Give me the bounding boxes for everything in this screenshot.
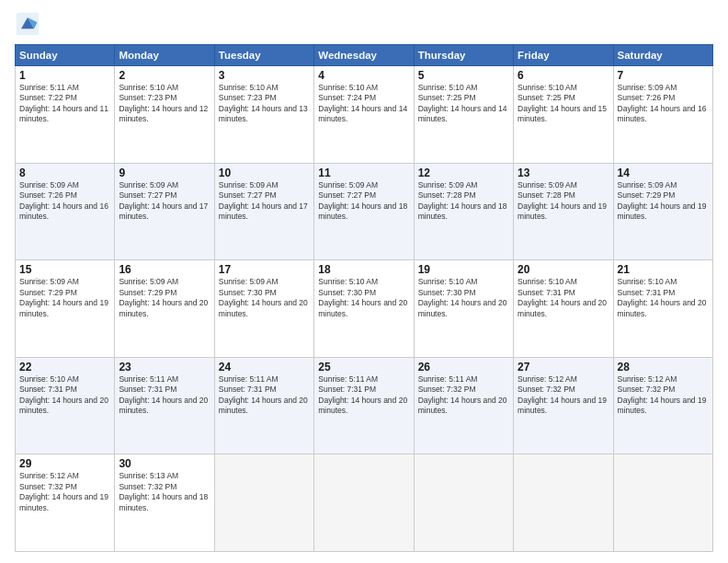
day-number: 1 — [19, 69, 110, 82]
day-number: 27 — [518, 361, 609, 373]
cell-text: Sunrise: 5:09 AMSunset: 7:27 PMDaylight:… — [318, 180, 407, 221]
day-number: 13 — [518, 167, 609, 179]
calendar-cell: 22Sunrise: 5:10 AMSunset: 7:31 PMDayligh… — [16, 357, 115, 454]
calendar-cell — [414, 454, 513, 552]
calendar-cell: 20Sunrise: 5:10 AMSunset: 7:31 PMDayligh… — [514, 260, 613, 358]
week-row-1: 1Sunrise: 5:11 AMSunset: 7:22 PMDaylight… — [16, 66, 713, 164]
calendar-cell: 12Sunrise: 5:09 AMSunset: 7:28 PMDayligh… — [414, 163, 513, 260]
calendar-table: SundayMondayTuesdayWednesdayThursdayFrid… — [15, 44, 713, 552]
day-number: 3 — [219, 69, 310, 82]
day-header-saturday: Saturday — [613, 45, 712, 66]
day-number: 28 — [618, 361, 709, 373]
cell-text: Sunrise: 5:12 AMSunset: 7:32 PMDaylight:… — [518, 374, 607, 415]
day-number: 25 — [318, 361, 409, 373]
calendar-cell: 25Sunrise: 5:11 AMSunset: 7:31 PMDayligh… — [314, 357, 414, 454]
cell-text: Sunrise: 5:10 AMSunset: 7:31 PMDaylight:… — [19, 374, 108, 415]
calendar-cell: 10Sunrise: 5:09 AMSunset: 7:27 PMDayligh… — [214, 163, 313, 260]
day-header-wednesday: Wednesday — [314, 45, 414, 66]
day-number: 14 — [618, 167, 709, 179]
week-row-3: 15Sunrise: 5:09 AMSunset: 7:29 PMDayligh… — [16, 260, 713, 358]
day-number: 15 — [19, 263, 110, 276]
day-number: 10 — [219, 167, 310, 179]
day-number: 12 — [418, 167, 509, 179]
cell-text: Sunrise: 5:12 AMSunset: 7:32 PMDaylight:… — [19, 471, 108, 511]
cell-text: Sunrise: 5:10 AMSunset: 7:30 PMDaylight:… — [418, 277, 507, 317]
calendar-cell: 8Sunrise: 5:09 AMSunset: 7:26 PMDaylight… — [16, 163, 115, 260]
calendar-cell: 26Sunrise: 5:11 AMSunset: 7:32 PMDayligh… — [414, 357, 513, 454]
cell-text: Sunrise: 5:09 AMSunset: 7:28 PMDaylight:… — [418, 180, 507, 221]
day-number: 5 — [418, 69, 509, 82]
day-number: 2 — [119, 69, 210, 82]
cell-text: Sunrise: 5:11 AMSunset: 7:31 PMDaylight:… — [318, 374, 407, 415]
cell-text: Sunrise: 5:11 AMSunset: 7:22 PMDaylight:… — [19, 83, 108, 123]
calendar-cell: 11Sunrise: 5:09 AMSunset: 7:27 PMDayligh… — [314, 163, 414, 260]
week-row-4: 22Sunrise: 5:10 AMSunset: 7:31 PMDayligh… — [16, 357, 713, 454]
cell-text: Sunrise: 5:10 AMSunset: 7:30 PMDaylight:… — [318, 277, 407, 317]
logo-icon — [15, 11, 40, 37]
calendar-cell: 6Sunrise: 5:10 AMSunset: 7:25 PMDaylight… — [514, 66, 613, 164]
day-number: 4 — [318, 69, 409, 82]
calendar-cell: 14Sunrise: 5:09 AMSunset: 7:29 PMDayligh… — [613, 163, 712, 260]
calendar-cell — [514, 454, 613, 552]
calendar-cell: 4Sunrise: 5:10 AMSunset: 7:24 PMDaylight… — [314, 66, 414, 164]
cell-text: Sunrise: 5:11 AMSunset: 7:31 PMDaylight:… — [119, 374, 208, 415]
day-number: 18 — [318, 263, 409, 276]
cell-text: Sunrise: 5:09 AMSunset: 7:30 PMDaylight:… — [219, 277, 308, 317]
day-header-thursday: Thursday — [414, 45, 513, 66]
week-row-5: 29Sunrise: 5:12 AMSunset: 7:32 PMDayligh… — [16, 454, 713, 552]
cell-text: Sunrise: 5:09 AMSunset: 7:27 PMDaylight:… — [219, 180, 308, 221]
calendar-cell: 13Sunrise: 5:09 AMSunset: 7:28 PMDayligh… — [514, 163, 613, 260]
calendar-cell: 3Sunrise: 5:10 AMSunset: 7:23 PMDaylight… — [214, 66, 313, 164]
cell-text: Sunrise: 5:09 AMSunset: 7:27 PMDaylight:… — [119, 180, 208, 221]
cell-text: Sunrise: 5:10 AMSunset: 7:31 PMDaylight:… — [618, 277, 707, 317]
calendar-cell: 16Sunrise: 5:09 AMSunset: 7:29 PMDayligh… — [115, 260, 214, 358]
calendar-cell: 2Sunrise: 5:10 AMSunset: 7:23 PMDaylight… — [115, 66, 214, 164]
cell-text: Sunrise: 5:10 AMSunset: 7:24 PMDaylight:… — [318, 83, 407, 123]
day-number: 7 — [618, 69, 709, 82]
cell-text: Sunrise: 5:13 AMSunset: 7:32 PMDaylight:… — [119, 471, 208, 511]
calendar-cell: 1Sunrise: 5:11 AMSunset: 7:22 PMDaylight… — [16, 66, 115, 164]
day-number: 8 — [19, 167, 110, 179]
day-number: 20 — [518, 263, 609, 276]
cell-text: Sunrise: 5:09 AMSunset: 7:26 PMDaylight:… — [19, 180, 108, 221]
calendar-cell: 19Sunrise: 5:10 AMSunset: 7:30 PMDayligh… — [414, 260, 513, 358]
day-header-friday: Friday — [514, 45, 613, 66]
header — [15, 11, 713, 37]
day-number: 11 — [318, 167, 409, 179]
calendar-cell: 29Sunrise: 5:12 AMSunset: 7:32 PMDayligh… — [16, 454, 115, 552]
cell-text: Sunrise: 5:11 AMSunset: 7:31 PMDaylight:… — [219, 374, 308, 415]
logo — [15, 11, 44, 37]
cell-text: Sunrise: 5:11 AMSunset: 7:32 PMDaylight:… — [418, 374, 507, 415]
cell-text: Sunrise: 5:10 AMSunset: 7:23 PMDaylight:… — [219, 83, 308, 123]
day-number: 22 — [19, 361, 110, 373]
cell-text: Sunrise: 5:10 AMSunset: 7:25 PMDaylight:… — [518, 83, 607, 123]
day-number: 9 — [119, 167, 210, 179]
day-number: 16 — [119, 263, 210, 276]
cell-text: Sunrise: 5:09 AMSunset: 7:26 PMDaylight:… — [618, 83, 707, 123]
day-number: 30 — [119, 457, 210, 470]
cell-text: Sunrise: 5:10 AMSunset: 7:23 PMDaylight:… — [119, 83, 208, 123]
day-number: 21 — [618, 263, 709, 276]
calendar-cell: 28Sunrise: 5:12 AMSunset: 7:32 PMDayligh… — [613, 357, 712, 454]
cell-text: Sunrise: 5:09 AMSunset: 7:28 PMDaylight:… — [518, 180, 607, 221]
cell-text: Sunrise: 5:09 AMSunset: 7:29 PMDaylight:… — [618, 180, 707, 221]
calendar-cell: 9Sunrise: 5:09 AMSunset: 7:27 PMDaylight… — [115, 163, 214, 260]
day-header-tuesday: Tuesday — [214, 45, 313, 66]
cell-text: Sunrise: 5:09 AMSunset: 7:29 PMDaylight:… — [19, 277, 108, 317]
calendar-cell: 7Sunrise: 5:09 AMSunset: 7:26 PMDaylight… — [613, 66, 712, 164]
calendar-cell: 5Sunrise: 5:10 AMSunset: 7:25 PMDaylight… — [414, 66, 513, 164]
cell-text: Sunrise: 5:10 AMSunset: 7:25 PMDaylight:… — [418, 83, 507, 123]
day-header-monday: Monday — [115, 45, 214, 66]
page: SundayMondayTuesdayWednesdayThursdayFrid… — [0, 0, 728, 563]
cell-text: Sunrise: 5:09 AMSunset: 7:29 PMDaylight:… — [119, 277, 208, 317]
calendar-cell — [613, 454, 712, 552]
calendar-cell: 27Sunrise: 5:12 AMSunset: 7:32 PMDayligh… — [514, 357, 613, 454]
calendar-cell: 23Sunrise: 5:11 AMSunset: 7:31 PMDayligh… — [115, 357, 214, 454]
calendar-cell: 30Sunrise: 5:13 AMSunset: 7:32 PMDayligh… — [115, 454, 214, 552]
calendar-cell: 21Sunrise: 5:10 AMSunset: 7:31 PMDayligh… — [613, 260, 712, 358]
day-number: 19 — [418, 263, 509, 276]
cell-text: Sunrise: 5:10 AMSunset: 7:31 PMDaylight:… — [518, 277, 607, 317]
calendar-cell: 15Sunrise: 5:09 AMSunset: 7:29 PMDayligh… — [16, 260, 115, 358]
calendar-cell: 17Sunrise: 5:09 AMSunset: 7:30 PMDayligh… — [214, 260, 313, 358]
day-number: 24 — [219, 361, 310, 373]
